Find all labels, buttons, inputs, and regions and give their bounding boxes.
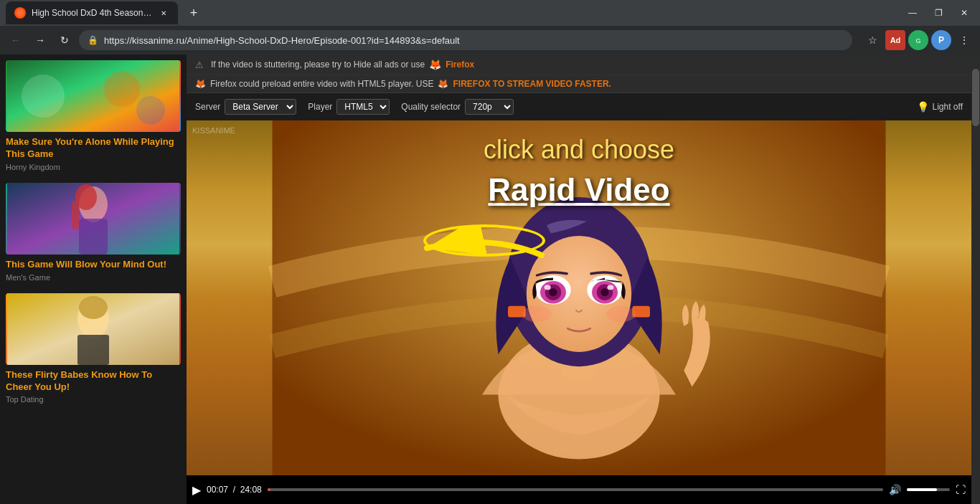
ad-source-1: Horny Kingdom (6, 163, 181, 171)
ad-item-1[interactable]: Make Sure You're Alone While Playing Thi… (6, 60, 181, 171)
volume-fill (907, 488, 937, 491)
firefox-link-1[interactable]: Firefox (446, 60, 474, 70)
extension-2-button[interactable]: G (908, 30, 928, 50)
browser-frame: High School DxD 4th Season (Su... ✕ + — … (0, 0, 980, 54)
svg-rect-14 (77, 335, 109, 365)
bulb-icon: 💡 (917, 101, 929, 113)
light-off-button[interactable]: 💡 Light off (917, 101, 963, 113)
ad-image-3 (6, 293, 181, 365)
svg-text:G: G (915, 37, 920, 44)
ad-image-1 (6, 60, 181, 132)
maximize-button[interactable]: ❐ (928, 3, 948, 23)
quality-label: Quality selector (401, 102, 461, 112)
menu-button[interactable]: ⋮ (954, 30, 974, 50)
ad-source-3: Top Dating (6, 395, 181, 404)
scrollbar-track[interactable] (971, 54, 980, 504)
scrollbar-thumb[interactable] (972, 69, 979, 126)
play-button[interactable]: ▶ (192, 483, 201, 497)
svg-point-32 (522, 306, 552, 323)
svg-point-5 (136, 96, 165, 125)
address-bar-row: ← → ↻ 🔒 https://kissanime.ru/Anime/High-… (0, 26, 980, 54)
current-time: 00:07 (207, 485, 228, 495)
total-time: 24:08 (240, 485, 262, 495)
video-bottom-controls: ▶ 00:07 / 24:08 🔊 ⛶ (187, 475, 971, 504)
title-bar: High School DxD 4th Season (Su... ✕ + — … (0, 0, 980, 26)
player-control-group: Player HTML5 Flash (308, 99, 390, 115)
extension-1-button[interactable]: Ad (885, 30, 905, 50)
player-label: Player (308, 102, 332, 112)
browser-tab[interactable]: High School DxD 4th Season (Su... ✕ (6, 1, 178, 24)
svg-point-4 (104, 71, 140, 107)
forward-button[interactable]: → (30, 30, 50, 50)
progress-fill (268, 488, 270, 491)
server-select[interactable]: Beta Server Rapid Video (225, 99, 296, 115)
bookmark-button[interactable]: ☆ (862, 30, 882, 50)
profile-avatar[interactable]: P (931, 30, 951, 50)
notification-bar-1: ⚠ If the video is stuttering, please try… (187, 54, 971, 75)
firefox-icon-1: 🦊 (429, 59, 441, 70)
lock-icon: 🔒 (88, 35, 98, 45)
player-select[interactable]: HTML5 Flash (336, 99, 390, 115)
quality-control-group: Quality selector 720p 480p 1080p (401, 99, 514, 115)
svg-point-26 (545, 285, 551, 290)
window-controls: — ❐ ✕ (903, 3, 974, 23)
left-sidebar: Make Sure You're Alone While Playing Thi… (0, 54, 187, 504)
progress-bar[interactable] (268, 488, 883, 491)
video-frame: click and choose Rapid Video (187, 120, 971, 504)
fullscreen-button[interactable]: ⛶ (956, 484, 966, 495)
light-off-label: Light off (933, 102, 963, 112)
server-label: Server (195, 102, 220, 112)
firefox-link-2[interactable]: FIREFOX TO STREAM VIDEO FASTER. (453, 79, 611, 89)
svg-point-3 (22, 75, 65, 118)
ad-source-2: Men's Game (6, 273, 181, 282)
refresh-button[interactable]: ↻ (55, 30, 75, 50)
tab-favicon (14, 7, 26, 19)
svg-point-25 (549, 288, 557, 296)
minimize-button[interactable]: — (903, 3, 923, 23)
server-control-group: Server Beta Server Rapid Video (195, 99, 296, 115)
new-tab-button[interactable]: + (184, 3, 204, 23)
url-text: https://kissanime.ru/Anime/High-School-D… (104, 35, 844, 46)
back-button[interactable]: ← (6, 30, 26, 50)
ad-title-2: This Game Will Blow Your Mind Out! (6, 259, 181, 271)
ad-title-3: These Flirty Babes Know How To Cheer You… (6, 369, 181, 394)
notification-text-1: If the video is stuttering, please try t… (211, 60, 425, 70)
svg-point-30 (600, 288, 608, 296)
svg-point-31 (607, 285, 613, 290)
firefox-icon-2: 🦊 (195, 79, 206, 89)
firefox-icon-3: 🦊 (438, 79, 448, 89)
ad-item-2[interactable]: This Game Will Blow Your Mind Out! Men's… (6, 183, 181, 282)
ad-title-1: Make Sure You're Alone While Playing Thi… (6, 136, 181, 161)
ad-image-2 (6, 183, 181, 255)
tab-close-button[interactable]: ✕ (158, 7, 169, 19)
svg-point-33 (606, 306, 636, 323)
tab-title: High School DxD 4th Season (Su... (32, 8, 152, 18)
svg-rect-8 (79, 219, 108, 255)
time-display: 00:07 / 24:08 (207, 485, 262, 495)
volume-icon[interactable]: 🔊 (889, 484, 901, 495)
page-content: Make Sure You're Alone While Playing Thi… (0, 54, 980, 504)
svg-rect-10 (72, 201, 79, 229)
quality-select[interactable]: 720p 480p 1080p (465, 99, 514, 115)
player-controls-bar: Server Beta Server Rapid Video Player HT… (187, 93, 971, 120)
address-bar[interactable]: 🔒 https://kissanime.ru/Anime/High-School… (79, 30, 852, 50)
character-area (187, 120, 971, 475)
volume-bar[interactable] (907, 488, 950, 491)
toolbar-icons: ☆ Ad G P ⋮ (862, 30, 974, 50)
svg-point-13 (79, 296, 108, 319)
notification-bar-2: 🦊 Firefox could preload entire video wit… (187, 75, 971, 93)
notification-text-2: Firefox could preload entire video with … (210, 79, 433, 89)
ad-item-3[interactable]: These Flirty Babes Know How To Cheer You… (6, 293, 181, 404)
main-content: ⚠ If the video is stuttering, please try… (187, 54, 971, 504)
close-button[interactable]: ✕ (954, 3, 974, 23)
